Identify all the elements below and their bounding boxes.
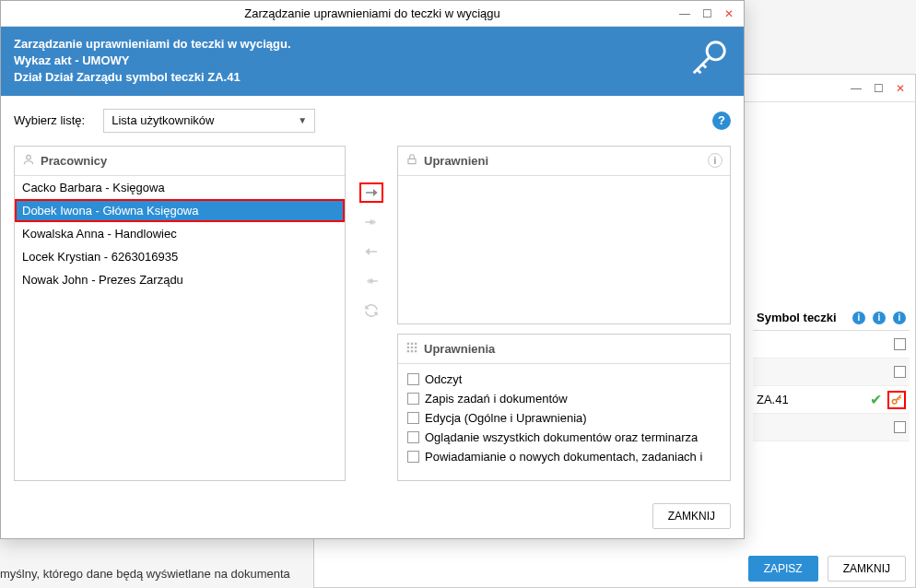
perm-label: Oglądanie wszystkich dokumentów oraz ter… [425, 430, 698, 444]
checkbox[interactable] [894, 366, 906, 378]
modal-body: Wybierz listę: Lista użytkowników ▼ ? Pr… [1, 96, 744, 494]
cell-symbol: ZA.41 [757, 393, 851, 406]
arrows-column [355, 146, 388, 481]
employees-list: Cacko Barbara - Księgowa Dobek Iwona - G… [15, 176, 345, 480]
grid-icon [405, 341, 418, 357]
panel-header: Pracownicy [15, 147, 345, 176]
svg-rect-11 [411, 350, 413, 352]
bg-table-header: Symbol teczki i i i [753, 305, 910, 331]
info-icon[interactable]: i [893, 312, 906, 324]
permission-item[interactable]: Odczyt [398, 370, 730, 389]
header-line: Wykaz akt - UMOWY [14, 53, 291, 69]
panel-title: Pracownicy [41, 154, 107, 168]
svg-rect-4 [407, 343, 409, 345]
employees-panel: Pracownicy Cacko Barbara - Księgowa Dobe… [14, 146, 346, 481]
close-icon[interactable]: ✕ [720, 6, 738, 22]
svg-rect-6 [415, 343, 417, 345]
list-select[interactable]: Lista użytkowników ▼ [103, 109, 315, 133]
refresh-icon[interactable] [359, 300, 383, 321]
svg-point-0 [892, 399, 897, 404]
checkbox[interactable] [894, 338, 906, 350]
list-item[interactable]: Kowalska Anna - Handlowiec [15, 222, 345, 245]
info-icon[interactable]: i [873, 312, 886, 324]
panel-title: Uprawnieni [424, 154, 488, 168]
modal-header: Zarządzanie uprawnieniami do teczki w wy… [1, 27, 744, 96]
chevron-down-icon: ▼ [298, 115, 307, 125]
col-symbol: Symbol teczki [753, 307, 840, 328]
checkbox[interactable] [407, 431, 419, 443]
svg-rect-5 [411, 343, 413, 345]
header-line: Dział Dział Zarządu symbol teczki ZA.41 [14, 69, 291, 86]
modal-header-text: Zarządzanie uprawnieniami do teczki w wy… [14, 36, 291, 87]
close-button[interactable]: ZAMKNIJ [828, 556, 906, 582]
permissions-panel: Uprawnienia Odczyt Zapis zadań i dokumen… [397, 334, 731, 481]
arrow-left-icon[interactable] [359, 241, 383, 262]
arrow-right-icon[interactable] [359, 182, 383, 203]
perm-label: Zapis zadań i dokumentów [425, 392, 568, 406]
permissions-modal: Zarządzanie uprawnieniami do teczki w wy… [0, 0, 745, 539]
permissions-list: Odczyt Zapis zadań i dokumentów Edycja (… [398, 364, 730, 480]
perm-label: Odczyt [425, 372, 462, 386]
info-icon[interactable]: i [708, 153, 722, 168]
svg-rect-3 [408, 159, 416, 163]
checkbox[interactable] [407, 412, 419, 424]
checkbox[interactable] [407, 393, 419, 405]
bg-table: Symbol teczki i i i ZA.41 ✔ [753, 305, 910, 441]
right-panels: Uprawnieni i Uprawnienia Odczyt Zapis za… [397, 146, 731, 481]
svg-rect-9 [415, 347, 417, 348]
modal-main: Pracownicy Cacko Barbara - Księgowa Dobe… [14, 146, 731, 481]
table-row [753, 359, 910, 386]
row-select: Wybierz listę: Lista użytkowników ▼ ? [14, 109, 731, 133]
footer-note: myślny, którego dane będą wyświetlane na… [0, 567, 290, 581]
perm-label: Powiadamianie o nowych dokumentach, zada… [425, 450, 702, 464]
permission-item[interactable]: Zapis zadań i dokumentów [398, 389, 730, 408]
bg-footer: ZAPISZ ZAMKNIJ [748, 556, 906, 582]
header-line: Zarządzanie uprawnieniami do teczki w wy… [14, 36, 291, 53]
close-button[interactable]: ZAMKNIJ [652, 503, 731, 529]
close-icon[interactable]: ✕ [891, 80, 910, 97]
key-icon[interactable] [887, 391, 906, 409]
authorized-panel: Uprawnieni i [397, 146, 731, 324]
maximize-icon[interactable]: ☐ [869, 80, 887, 97]
panel-title: Uprawnienia [424, 342, 495, 356]
select-label: Wybierz listę: [14, 113, 85, 127]
select-value: Lista użytkowników [112, 113, 214, 127]
modal-titlebar: Zarządzanie uprawnieniami do teczki w wy… [1, 1, 744, 27]
list-item[interactable]: Cacko Barbara - Księgowa [15, 176, 345, 199]
list-item[interactable]: Dobek Iwona - Główna Księgowa [15, 199, 345, 222]
svg-rect-10 [407, 350, 409, 352]
table-row [753, 331, 910, 359]
svg-rect-12 [415, 350, 417, 352]
save-button[interactable]: ZAPISZ [748, 556, 818, 582]
checkbox[interactable] [407, 373, 419, 385]
table-row: ZA.41 ✔ [753, 386, 910, 414]
svg-rect-7 [407, 347, 409, 348]
svg-point-2 [27, 155, 31, 159]
lock-icon [405, 153, 418, 169]
modal-footer: ZAMKNIJ [1, 494, 744, 538]
person-icon [22, 153, 35, 169]
panel-header: Uprawnieni i [398, 147, 730, 176]
list-item[interactable]: Locek Krystian - 6263016935 [15, 245, 345, 268]
maximize-icon[interactable]: ☐ [698, 6, 716, 22]
authorized-list [398, 176, 730, 323]
svg-rect-8 [411, 347, 413, 348]
perm-label: Edycja (Ogólne i Uprawnienia) [425, 411, 587, 425]
modal-title: Zarządzanie uprawnieniami do teczki w wy… [244, 6, 499, 20]
panel-header: Uprawnienia [398, 335, 730, 364]
key-icon [688, 36, 731, 81]
arrow-right-all-icon[interactable] [359, 212, 383, 232]
permission-item[interactable]: Edycja (Ogólne i Uprawnienia) [398, 408, 730, 428]
minimize-icon[interactable]: — [847, 80, 865, 97]
checkbox[interactable] [407, 451, 419, 463]
check-icon: ✔ [870, 391, 882, 408]
arrow-left-all-icon[interactable] [359, 271, 383, 291]
table-row [753, 414, 910, 441]
info-icon[interactable]: i [852, 312, 865, 324]
minimize-icon[interactable]: — [675, 6, 694, 22]
permission-item[interactable]: Oglądanie wszystkich dokumentów oraz ter… [398, 428, 730, 447]
list-item[interactable]: Nowak John - Prezes Zarządu [15, 268, 345, 291]
checkbox[interactable] [894, 421, 906, 433]
help-icon[interactable]: ? [712, 112, 731, 130]
permission-item[interactable]: Powiadamianie o nowych dokumentach, zada… [398, 447, 730, 466]
